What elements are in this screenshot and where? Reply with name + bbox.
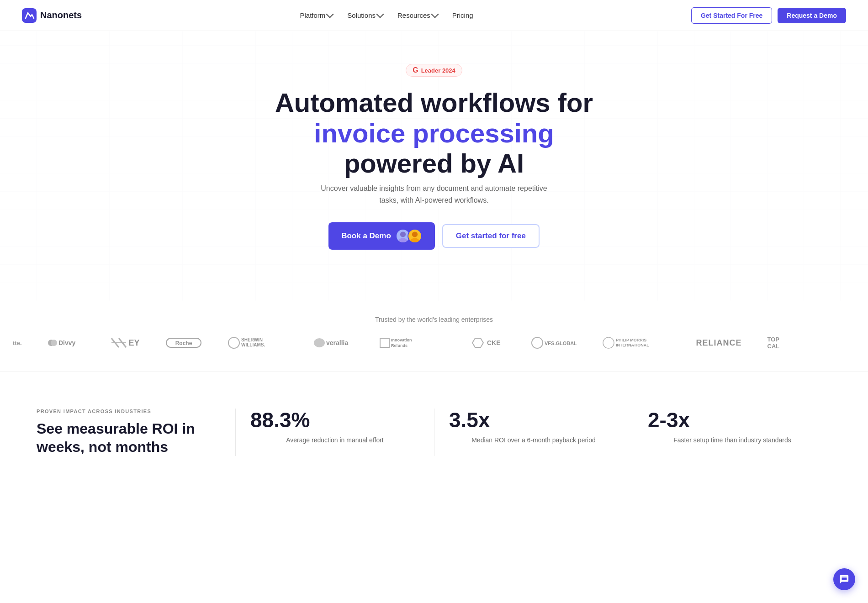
nav-links: Platform Solutions Resources Pricing	[300, 11, 473, 19]
svg-point-25	[603, 337, 614, 348]
avatar-2	[408, 229, 422, 243]
roi-section: PROVEN IMPACT ACROSS INDUSTRIES See meas…	[0, 372, 868, 456]
list-item: tte.	[13, 340, 22, 346]
nav-item-resources[interactable]: Resources	[397, 11, 438, 19]
chevron-down-icon	[326, 10, 334, 18]
list-item: VFS.GLOBAL	[531, 336, 577, 349]
roi-section-title: See measurable ROI in weeks, not months	[37, 419, 217, 456]
svg-point-3	[412, 232, 418, 237]
nav-link-resources[interactable]: Resources	[397, 11, 438, 19]
nav-item-pricing[interactable]: Pricing	[452, 11, 473, 19]
svg-point-23	[532, 337, 543, 348]
book-demo-label: Book a Demo	[341, 231, 391, 241]
avatar-stack	[396, 229, 422, 243]
list-item: CKE	[469, 336, 505, 349]
nav-item-solutions[interactable]: Solutions	[347, 11, 383, 19]
svg-point-1	[400, 232, 406, 237]
get-started-button[interactable]: Get Started For Free	[691, 7, 772, 24]
request-demo-button[interactable]: Request a Demo	[778, 8, 846, 23]
svg-text:PHILIP MORRIS: PHILIP MORRIS	[616, 338, 646, 342]
svg-text:SHERWIN: SHERWIN	[241, 337, 263, 342]
svg-text:verallia: verallia	[326, 339, 348, 346]
logos-marquee: tte. Divvy EY Ro	[0, 336, 868, 350]
navbar-actions: Get Started For Free Request a Demo	[691, 7, 846, 24]
chevron-down-icon	[376, 10, 384, 18]
nav-link-solutions[interactable]: Solutions	[347, 11, 383, 19]
g2-badge-text: Leader 2024	[421, 67, 455, 74]
stat-number-1: 88.3%	[250, 409, 419, 432]
svg-marker-21	[472, 338, 483, 347]
roi-stat-3: 2-3x Faster setup time than industry sta…	[633, 409, 831, 456]
roi-section-label: PROVEN IMPACT ACROSS INDUSTRIES	[37, 409, 217, 414]
svg-point-2	[398, 238, 407, 244]
list-item: SHERWIN WILLIAMS.	[228, 336, 287, 349]
list-item: TOPCAL	[767, 336, 780, 350]
svg-text:Roche: Roche	[175, 340, 192, 346]
hero-title: Automated workflows for invoice processi…	[11, 88, 857, 179]
roi-left: PROVEN IMPACT ACROSS INDUSTRIES See meas…	[37, 409, 235, 456]
stat-desc-3: Faster setup time than industry standard…	[648, 435, 817, 445]
navbar: Nanonets Platform Solutions Resources Pr…	[0, 0, 868, 31]
svg-text:VFS.GLOBAL: VFS.GLOBAL	[545, 341, 577, 346]
logo[interactable]: Nanonets	[22, 8, 82, 23]
hero-section: G Leader 2024 Automated workflows for in…	[0, 31, 868, 301]
hero-actions: Book a Demo Get started for free	[11, 222, 857, 250]
list-item: Roche	[165, 336, 202, 349]
svg-text:Innovation: Innovation	[391, 338, 412, 342]
svg-text:WILLIAMS.: WILLIAMS.	[241, 342, 265, 347]
stat-number-3: 2-3x	[648, 409, 817, 432]
list-item: verallia	[312, 336, 354, 349]
g2-badge: G Leader 2024	[406, 64, 462, 77]
svg-text:CKE: CKE	[487, 339, 501, 346]
list-item: Divvy	[48, 336, 84, 349]
hero-subtitle: Uncover valuable insights from any docum…	[311, 183, 557, 206]
svg-text:INTERNATIONAL: INTERNATIONAL	[616, 343, 649, 347]
roi-stat-1: 88.3% Average reduction in manual effort	[235, 409, 434, 456]
hero-title-line1: Automated workflows for	[275, 88, 593, 117]
svg-point-13	[228, 337, 239, 348]
list-item: EY	[110, 336, 140, 349]
trusted-label: Trusted by the world's leading enterpris…	[0, 316, 868, 323]
chevron-down-icon	[431, 10, 439, 18]
logos-track: tte. Divvy EY Ro	[0, 336, 792, 350]
nav-link-pricing[interactable]: Pricing	[452, 11, 473, 19]
stat-number-2: 3.5x	[449, 409, 618, 432]
svg-point-4	[410, 238, 419, 244]
hero-title-line3: powered by AI	[344, 148, 524, 178]
svg-point-6	[51, 340, 57, 346]
logo-icon	[22, 8, 37, 23]
nav-item-platform[interactable]: Platform	[300, 11, 333, 19]
book-demo-button[interactable]: Book a Demo	[328, 222, 435, 250]
svg-text:Refunds: Refunds	[391, 343, 408, 348]
g2-icon: G	[413, 66, 418, 74]
list-item: PHILIP MORRIS INTERNATIONAL	[602, 336, 671, 349]
roi-stat-2: 3.5x Median ROI over a 6-month payback p…	[434, 409, 633, 456]
nav-link-platform[interactable]: Platform	[300, 11, 333, 19]
svg-text:Divvy: Divvy	[58, 339, 76, 346]
get-started-free-button[interactable]: Get started for free	[442, 224, 540, 248]
hero-title-highlight: invoice processing	[314, 118, 554, 148]
svg-rect-18	[380, 338, 389, 347]
logo-text: Nanonets	[40, 10, 82, 21]
trusted-section: Trusted by the world's leading enterpris…	[0, 301, 868, 372]
stat-desc-1: Average reduction in manual effort	[250, 435, 419, 445]
stat-desc-2: Median ROI over a 6-month payback period	[449, 435, 618, 445]
list-item: RELIANCE	[696, 338, 742, 348]
svg-point-16	[314, 338, 325, 347]
list-item: Innovation Refunds	[379, 336, 443, 349]
